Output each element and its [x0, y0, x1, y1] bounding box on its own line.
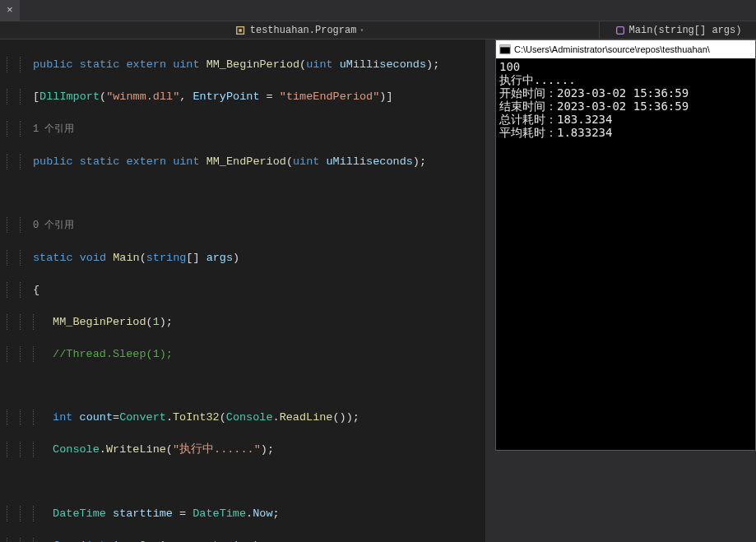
console-line: 结束时间：2023-03-02 15:36:59: [499, 100, 752, 113]
code-content: public static extern uint MM_BeginPeriod…: [0, 39, 485, 542]
codelens-references[interactable]: 1 个引用: [33, 123, 74, 135]
console-line: 执行中......: [499, 73, 752, 86]
console-title-text: C:\Users\Administrator\source\repos\test…: [514, 44, 710, 54]
console-output: 100执行中......开始时间：2023-03-02 15:36:59结束时间…: [496, 58, 755, 141]
svg-rect-4: [500, 45, 510, 48]
svg-rect-1: [239, 29, 242, 32]
svg-rect-2: [616, 26, 624, 34]
console-line: 总计耗时：183.3234: [499, 113, 752, 126]
breadcrumb-bar: testhuahan.Program ▾ Main(string[] args): [0, 21, 756, 39]
console-icon: [499, 44, 511, 55]
breadcrumb-class-dropdown[interactable]: testhuahan.Program ▾: [0, 21, 600, 39]
breadcrumb-method-label: Main(string[] args): [629, 25, 742, 36]
close-icon: ×: [7, 4, 13, 16]
class-icon: [235, 25, 247, 36]
console-line: 100: [499, 60, 752, 73]
breadcrumb-method-dropdown[interactable]: Main(string[] args): [600, 21, 756, 39]
codelens-references[interactable]: 0 个引用: [33, 220, 74, 231]
console-window[interactable]: C:\Users\Administrator\source\repos\test…: [495, 39, 756, 451]
tab-bar: ×: [0, 0, 756, 21]
console-line: 开始时间：2023-03-02 15:36:59: [499, 86, 752, 100]
chevron-down-icon: ▾: [359, 26, 364, 34]
breadcrumb-class-label: testhuahan.Program: [250, 25, 357, 36]
close-tab-button[interactable]: ×: [0, 0, 20, 21]
method-icon: [615, 25, 626, 36]
code-editor[interactable]: public static extern uint MM_BeginPeriod…: [0, 39, 485, 542]
console-line: 平均耗时：1.833234: [499, 126, 752, 139]
console-titlebar[interactable]: C:\Users\Administrator\source\repos\test…: [496, 40, 755, 58]
